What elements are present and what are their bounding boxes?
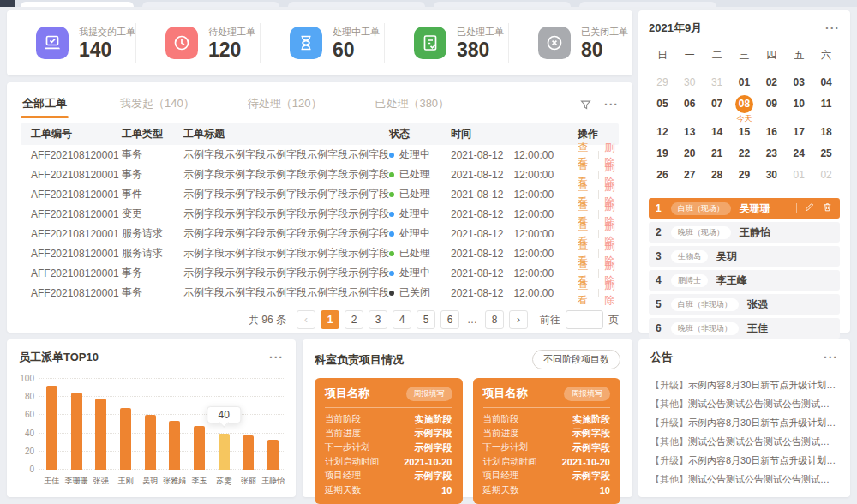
status-text: 已处理 xyxy=(399,187,430,201)
browser-tab[interactable] xyxy=(142,2,279,7)
order-status: 处理中 xyxy=(389,226,451,241)
bar-张丽[interactable] xyxy=(243,435,254,470)
bar-王佳[interactable] xyxy=(46,386,57,470)
announcement-item[interactable]: 【其他】测试公告测试公告测试公告测试公告测试公告 xyxy=(650,432,838,451)
calendar-day[interactable]: 16 xyxy=(758,123,785,145)
tab-全部工单[interactable]: 全部工单 xyxy=(21,91,69,118)
tab-待处理（120）[interactable]: 待处理（120） xyxy=(246,91,324,118)
bar-苏雯[interactable] xyxy=(219,434,230,470)
card-divider xyxy=(325,407,452,408)
stat-card[interactable]: 我提交的工单140 xyxy=(7,23,135,63)
bar-李珊珊[interactable] xyxy=(71,393,82,470)
bar-吴玥[interactable] xyxy=(145,415,156,470)
day-number: 03 xyxy=(790,74,808,92)
calendar-day[interactable]: 23 xyxy=(758,145,785,166)
bar-王刚[interactable] xyxy=(120,408,131,470)
prev-page-button[interactable]: ‹ xyxy=(297,310,315,329)
calendar-day[interactable]: 29 xyxy=(649,74,676,95)
duty-row[interactable]: 3生物岛吴玥 xyxy=(649,246,840,267)
calendar-day[interactable]: 21 xyxy=(704,145,731,166)
calendar-day[interactable]: 09 xyxy=(758,95,785,123)
view-link[interactable]: 查看 xyxy=(578,279,592,308)
calendar-day[interactable]: 04 xyxy=(812,74,840,95)
more-menu-icon[interactable]: ··· xyxy=(824,351,838,364)
calendar-day[interactable]: 10 xyxy=(785,95,812,123)
announcement-item[interactable]: 【升级】示例内容8月30日新节点升级计划通知 xyxy=(650,375,838,394)
page-button-3[interactable]: 3 xyxy=(369,310,387,329)
page-button-2[interactable]: 2 xyxy=(345,310,363,329)
goto-page-input[interactable] xyxy=(566,310,603,329)
duty-row[interactable]: 4鹏博士李王峰 xyxy=(649,270,840,291)
calendar-day[interactable]: 31 xyxy=(704,74,731,95)
bar-张强[interactable] xyxy=(95,399,106,470)
calendar-day[interactable]: 07 xyxy=(704,95,731,123)
page-button-5[interactable]: 5 xyxy=(417,310,435,329)
calendar-day[interactable]: 02 xyxy=(812,166,840,188)
project-card[interactable]: 项目名称周报填写当前阶段实施阶段当前进度示例字段下一步计划示例字段计划启动时间2… xyxy=(315,378,463,504)
browser-tab[interactable] xyxy=(434,2,571,7)
duty-row[interactable]: 5白班（非现场）张强 xyxy=(649,294,840,315)
calendar-day[interactable]: 12 xyxy=(649,123,676,145)
calendar-day[interactable]: 30 xyxy=(676,74,704,95)
more-menu-icon[interactable]: ··· xyxy=(269,351,284,364)
calendar-day[interactable]: 13 xyxy=(676,123,704,145)
bar-张雅娟[interactable] xyxy=(169,421,180,470)
bar-王静怡[interactable] xyxy=(267,440,279,470)
calendar-day[interactable]: 24 xyxy=(785,145,812,166)
x-category-label: 李玉 xyxy=(187,476,212,487)
calendar-day[interactable]: 14 xyxy=(704,123,731,145)
calendar-day[interactable]: 17 xyxy=(785,123,812,145)
calendar-day[interactable]: 06 xyxy=(676,95,704,123)
calendar-day[interactable]: 15 xyxy=(731,123,758,145)
calendar-day[interactable]: 25 xyxy=(812,145,840,166)
calendar-day[interactable]: 19 xyxy=(649,145,676,166)
duty-row[interactable]: 1白班（现场）吴珊珊 xyxy=(649,198,840,219)
calendar-day[interactable]: 22 xyxy=(731,145,758,166)
announcement-item[interactable]: 【升级】示例内容8月30日新节点升级计划通知 xyxy=(650,451,838,470)
calendar-day-today[interactable]: 08今天 xyxy=(731,95,758,123)
project-card[interactable]: 项目名称周报填写当前阶段实施阶段当前进度示例字段下一步计划示例字段计划启动时间2… xyxy=(473,378,621,504)
more-menu-icon[interactable]: ··· xyxy=(604,98,619,111)
more-menu-icon[interactable]: ··· xyxy=(825,21,840,35)
duty-row[interactable]: 2晚班（现场）王静怡 xyxy=(649,222,840,243)
page-button-6[interactable]: 6 xyxy=(440,310,459,329)
calendar-day[interactable]: 29 xyxy=(731,166,758,188)
calendar-day[interactable]: 28 xyxy=(704,166,731,188)
duty-row[interactable]: 6晚班（非现场）王佳 xyxy=(649,318,840,339)
calendar-day[interactable]: 02 xyxy=(758,74,785,95)
stat-card[interactable]: 处理中工单60 xyxy=(260,23,384,63)
trash-icon[interactable] xyxy=(822,201,833,216)
weekly-report-badge[interactable]: 周报填写 xyxy=(564,387,610,401)
calendar-day[interactable]: 18 xyxy=(812,123,840,145)
calendar-day[interactable]: 27 xyxy=(676,166,704,188)
next-page-button[interactable]: › xyxy=(509,310,528,329)
page-button-1[interactable]: 1 xyxy=(321,310,339,329)
browser-tab[interactable] xyxy=(288,2,425,7)
browser-tab[interactable] xyxy=(579,2,716,7)
calendar-day[interactable]: 01 xyxy=(785,166,812,188)
page-button-8[interactable]: 8 xyxy=(485,310,504,329)
page-button-4[interactable]: 4 xyxy=(393,310,411,329)
calendar-day[interactable]: 01 xyxy=(731,74,758,95)
announcement-item[interactable]: 【其他】测试公告测试公告测试公告测试公告测试公告 xyxy=(650,394,838,413)
stat-card[interactable]: 已关闭工单80 xyxy=(508,23,632,63)
filter-icon[interactable] xyxy=(579,99,592,111)
stage-count-button[interactable]: 不同阶段项目数 xyxy=(532,350,620,369)
calendar-day[interactable]: 05 xyxy=(649,95,676,123)
bar-李玉[interactable] xyxy=(194,426,205,470)
calendar-day[interactable]: 26 xyxy=(649,166,676,188)
delete-link[interactable]: 删除 xyxy=(604,279,619,308)
announcement-item[interactable]: 【其他】测试公告测试公告测试公告测试公告测试公告 xyxy=(650,470,838,489)
calendar-day[interactable]: 11 xyxy=(812,95,840,123)
tab-已处理（380）[interactable]: 已处理（380） xyxy=(373,91,451,118)
announcement-item[interactable]: 【升级】示例内容8月30日新节点升级计划通知 xyxy=(650,413,838,432)
tab-我发起（140）[interactable]: 我发起（140） xyxy=(118,91,196,118)
edit-icon[interactable] xyxy=(804,201,815,216)
calendar-day[interactable]: 20 xyxy=(676,145,704,166)
weekly-report-badge[interactable]: 周报填写 xyxy=(406,387,452,401)
stat-card[interactable]: 已处理工单380 xyxy=(384,23,508,63)
stat-card[interactable]: 待处理工单120 xyxy=(135,23,260,63)
browser-tab-active[interactable] xyxy=(21,2,134,7)
calendar-day[interactable]: 03 xyxy=(785,74,812,95)
calendar-day[interactable]: 30 xyxy=(758,166,785,188)
